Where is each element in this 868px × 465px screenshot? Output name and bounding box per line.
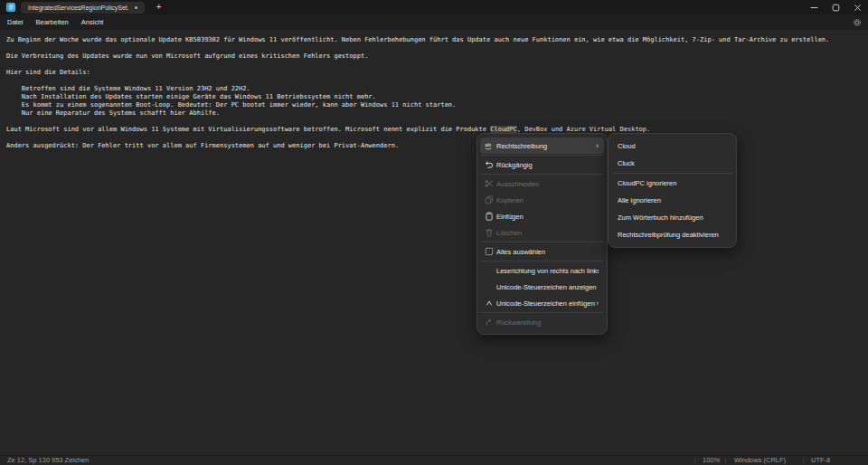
- maximize-button[interactable]: [825, 0, 846, 14]
- editor-line: Nach Installation des Updates starten ei…: [6, 93, 868, 101]
- menu-separator: [481, 174, 603, 175]
- reconversion-icon: [485, 318, 494, 327]
- menu-file[interactable]: Datei: [1, 16, 30, 28]
- editor-line: Nur eine Reparatur des Systems schafft h…: [6, 109, 868, 118]
- menu-separator: [481, 155, 603, 156]
- menu-separator: [612, 173, 732, 174]
- context-menu: ab Rechtschreibung › Rückgängig Ausschne…: [476, 133, 608, 335]
- select-all-icon: [485, 247, 494, 256]
- editor-line: Anders ausgedrückt: Der Fehler tritt vor…: [6, 142, 868, 150]
- submenu-item-ignore-all[interactable]: Alle ignorieren: [611, 192, 733, 209]
- menu-item-copy[interactable]: Kopieren: [480, 192, 604, 208]
- menu-separator: [481, 242, 603, 242]
- chevron-right-icon: ›: [596, 299, 599, 308]
- caret-icon: [485, 299, 494, 308]
- menu-item-cut[interactable]: Ausschneiden: [480, 176, 604, 192]
- line12-before: Laut Microsoft sind vor allem Windows 11…: [6, 126, 490, 133]
- scissors-icon: [485, 179, 494, 188]
- submenu-item-disable-spellcheck[interactable]: Rechtschreibprüfung deaktivieren: [611, 226, 733, 243]
- minimize-button[interactable]: [803, 0, 825, 14]
- chevron-right-icon: ›: [596, 142, 599, 150]
- close-button[interactable]: [846, 0, 868, 14]
- editor-line: [6, 77, 868, 85]
- gear-icon: [853, 18, 862, 27]
- status-separator: [803, 458, 804, 464]
- editor-line: Laut Microsoft sind vor allem Windows 11…: [6, 126, 868, 134]
- misspelled-word: CloudPC: [490, 126, 517, 133]
- close-icon: [854, 4, 862, 12]
- menu-item-reconversion[interactable]: Rückwandlung: [480, 314, 604, 330]
- submenu-item-suggestion-cloud[interactable]: Cloud: [611, 138, 733, 155]
- submenu-item-ignore[interactable]: CloudPC ignorieren: [611, 175, 733, 192]
- editor-line: [6, 118, 868, 126]
- editor-line: [6, 44, 868, 52]
- settings-button[interactable]: [853, 18, 862, 27]
- titlebar: IntegratedServicesRegionPolicySet. +: [0, 0, 868, 14]
- editor-line: [6, 134, 868, 142]
- editor-line: Es kommt zu einem sogenannten Boot-Loop.…: [6, 101, 868, 109]
- menu-item-delete[interactable]: Löschen: [480, 224, 604, 241]
- window-controls: [803, 0, 868, 14]
- maximize-icon: [832, 4, 840, 12]
- spellcheck-submenu: Cloud Cluck CloudPC ignorieren Alle igno…: [608, 133, 737, 248]
- menubar: Datei Bearbeiten Ansicht: [0, 14, 868, 30]
- no-icon: [485, 282, 494, 291]
- trash-icon: [485, 228, 494, 237]
- editor-line: Betroffen sind die Systeme Windows 11 Ve…: [6, 85, 868, 93]
- paste-icon: [485, 212, 494, 221]
- editor-line: Zu Beginn der Woche wurde das optionale …: [6, 36, 868, 44]
- new-tab-button[interactable]: +: [153, 1, 165, 14]
- menu-separator: [481, 261, 603, 261]
- tab-title: IntegratedServicesRegionPolicySet.: [28, 5, 129, 11]
- undo-icon: [485, 160, 494, 169]
- menu-separator: [481, 312, 603, 313]
- status-separator: [45, 458, 46, 464]
- line12-after: , DevBox und Azure Virtual Desktop.: [517, 126, 651, 133]
- menu-item-undo[interactable]: Rückgängig: [480, 157, 604, 173]
- menu-item-spellcheck[interactable]: ab Rechtschreibung ›: [480, 138, 604, 154]
- editor-line: Die Verbreitung des Updates wurde nun vo…: [6, 52, 868, 61]
- menu-item-select-all[interactable]: Alles auswählen: [480, 243, 604, 260]
- spellcheck-icon: ab: [485, 141, 494, 150]
- menu-view[interactable]: Ansicht: [75, 16, 110, 28]
- unsaved-changes-indicator: [135, 6, 137, 9]
- menu-item-insert-unicode[interactable]: Unicode-Steuerzeichen einfügen ›: [480, 295, 604, 311]
- tab-document[interactable]: IntegratedServicesRegionPolicySet.: [21, 2, 145, 14]
- svg-text:ab: ab: [485, 141, 491, 147]
- encoding: UTF-8: [811, 456, 830, 465]
- notepad-window: IntegratedServicesRegionPolicySet. + Dat…: [0, 0, 868, 30]
- text-editor[interactable]: Zu Beginn der Woche wurde das optionale …: [0, 30, 868, 455]
- line-ending: Windows (CRLF): [734, 456, 786, 465]
- status-separator: [725, 458, 726, 464]
- menu-item-show-unicode[interactable]: Unicode-Steuerzeichen anzeigen: [480, 279, 604, 295]
- statusbar: Ze 12, Sp 130 953 Zeichen 100% Windows (…: [0, 455, 868, 465]
- editor-line: Hier sind die Details:: [6, 69, 868, 77]
- cursor-position: Ze 12, Sp 130: [7, 456, 50, 465]
- menu-edit[interactable]: Bearbeiten: [30, 16, 75, 28]
- submenu-item-add-to-dictionary[interactable]: Zum Wörterbuch hinzufügen: [611, 209, 733, 226]
- notepad-app-icon: [6, 3, 15, 12]
- menu-item-paste[interactable]: Einfügen: [480, 208, 604, 224]
- editor-line: [6, 61, 868, 69]
- submenu-item-suggestion-cluck[interactable]: Cluck: [611, 155, 733, 172]
- copy-icon: [485, 195, 494, 204]
- minimize-icon: [810, 4, 818, 12]
- char-count: 953 Zeichen: [52, 456, 89, 465]
- no-icon: [485, 266, 494, 275]
- status-separator: [694, 458, 695, 464]
- menu-item-rtl-reading[interactable]: Leserichtung von rechts nach links: [480, 262, 604, 279]
- zoom-level: 100%: [703, 456, 720, 465]
